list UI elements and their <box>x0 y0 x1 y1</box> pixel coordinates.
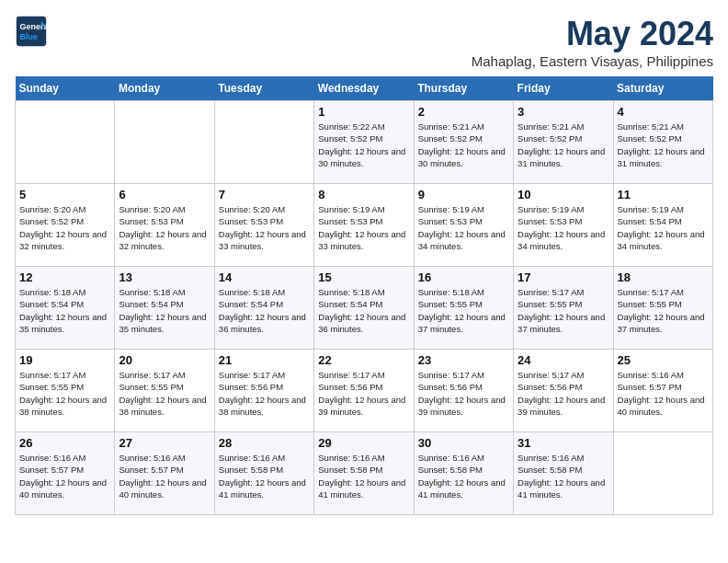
calendar-cell: 18Sunrise: 5:17 AMSunset: 5:55 PMDayligh… <box>613 267 712 350</box>
week-row-3: 12Sunrise: 5:18 AMSunset: 5:54 PMDayligh… <box>16 267 713 350</box>
calendar-cell: 1Sunrise: 5:22 AMSunset: 5:52 PMDaylight… <box>314 101 414 184</box>
day-header-monday: Monday <box>115 76 214 101</box>
day-info: Sunrise: 5:20 AMSunset: 5:52 PMDaylight:… <box>19 203 110 252</box>
day-info: Sunrise: 5:21 AMSunset: 5:52 PMDaylight:… <box>418 121 509 169</box>
day-info: Sunrise: 5:17 AMSunset: 5:55 PMDaylight:… <box>119 369 210 418</box>
calendar-cell: 5Sunrise: 5:20 AMSunset: 5:52 PMDaylight… <box>16 184 115 267</box>
calendar-cell: 13Sunrise: 5:18 AMSunset: 5:54 PMDayligh… <box>115 267 214 350</box>
calendar-cell: 28Sunrise: 5:16 AMSunset: 5:58 PMDayligh… <box>214 432 313 515</box>
day-header-sunday: Sunday <box>16 76 115 101</box>
day-number: 12 <box>19 270 110 284</box>
day-number: 1 <box>318 105 409 119</box>
day-number: 30 <box>418 436 509 450</box>
day-info: Sunrise: 5:16 AMSunset: 5:58 PMDaylight:… <box>418 452 509 500</box>
day-info: Sunrise: 5:16 AMSunset: 5:57 PMDaylight:… <box>618 369 709 418</box>
day-info: Sunrise: 5:19 AMSunset: 5:54 PMDaylight:… <box>618 203 709 252</box>
calendar-cell: 25Sunrise: 5:16 AMSunset: 5:57 PMDayligh… <box>613 350 712 432</box>
calendar-cell <box>16 101 115 184</box>
day-info: Sunrise: 5:18 AMSunset: 5:54 PMDaylight:… <box>19 286 110 335</box>
day-header-friday: Friday <box>514 76 613 101</box>
day-number: 13 <box>119 270 210 284</box>
day-info: Sunrise: 5:19 AMSunset: 5:53 PMDaylight:… <box>318 203 409 252</box>
day-info: Sunrise: 5:17 AMSunset: 5:55 PMDaylight:… <box>19 369 110 418</box>
calendar-cell: 27Sunrise: 5:16 AMSunset: 5:57 PMDayligh… <box>115 432 214 515</box>
day-number: 15 <box>318 270 409 284</box>
day-header-saturday: Saturday <box>613 76 712 101</box>
day-number: 23 <box>418 353 509 367</box>
week-row-4: 19Sunrise: 5:17 AMSunset: 5:55 PMDayligh… <box>16 350 713 432</box>
day-number: 17 <box>518 270 609 284</box>
calendar-cell: 2Sunrise: 5:21 AMSunset: 5:52 PMDaylight… <box>414 101 513 184</box>
day-number: 2 <box>418 105 509 119</box>
calendar-body: 1Sunrise: 5:22 AMSunset: 5:52 PMDaylight… <box>16 101 713 515</box>
logo-icon: General Blue <box>15 15 48 48</box>
day-number: 24 <box>518 353 609 367</box>
day-info: Sunrise: 5:20 AMSunset: 5:53 PMDaylight:… <box>119 203 210 252</box>
day-number: 14 <box>219 270 310 284</box>
day-info: Sunrise: 5:17 AMSunset: 5:56 PMDaylight:… <box>318 369 409 418</box>
day-info: Sunrise: 5:19 AMSunset: 5:53 PMDaylight:… <box>518 203 609 252</box>
calendar-cell: 24Sunrise: 5:17 AMSunset: 5:56 PMDayligh… <box>514 350 613 432</box>
day-info: Sunrise: 5:18 AMSunset: 5:54 PMDaylight:… <box>119 286 210 335</box>
day-info: Sunrise: 5:17 AMSunset: 5:55 PMDaylight:… <box>518 286 609 335</box>
calendar-cell <box>115 101 214 184</box>
day-number: 11 <box>618 188 709 201</box>
calendar-cell: 15Sunrise: 5:18 AMSunset: 5:54 PMDayligh… <box>314 267 414 350</box>
day-number: 20 <box>119 353 210 367</box>
day-info: Sunrise: 5:21 AMSunset: 5:52 PMDaylight:… <box>618 121 709 169</box>
day-number: 5 <box>19 188 110 201</box>
calendar-cell: 17Sunrise: 5:17 AMSunset: 5:55 PMDayligh… <box>514 267 613 350</box>
day-number: 28 <box>219 436 310 450</box>
day-number: 22 <box>318 353 409 367</box>
calendar-cell: 21Sunrise: 5:17 AMSunset: 5:56 PMDayligh… <box>214 350 313 432</box>
day-info: Sunrise: 5:21 AMSunset: 5:52 PMDaylight:… <box>518 121 609 169</box>
subtitle: Mahaplag, Eastern Visayas, Philippines <box>472 53 713 69</box>
day-info: Sunrise: 5:16 AMSunset: 5:58 PMDaylight:… <box>318 452 409 500</box>
day-number: 10 <box>518 188 609 201</box>
day-info: Sunrise: 5:16 AMSunset: 5:58 PMDaylight:… <box>219 452 310 500</box>
day-number: 27 <box>119 436 210 450</box>
day-number: 31 <box>518 436 609 450</box>
day-number: 7 <box>219 188 310 201</box>
calendar-cell <box>613 432 712 515</box>
day-number: 25 <box>618 353 709 367</box>
day-number: 8 <box>318 188 409 201</box>
week-row-5: 26Sunrise: 5:16 AMSunset: 5:57 PMDayligh… <box>16 432 713 515</box>
day-info: Sunrise: 5:18 AMSunset: 5:55 PMDaylight:… <box>418 286 509 335</box>
calendar-cell: 10Sunrise: 5:19 AMSunset: 5:53 PMDayligh… <box>514 184 613 267</box>
calendar-cell: 6Sunrise: 5:20 AMSunset: 5:53 PMDaylight… <box>115 184 214 267</box>
day-info: Sunrise: 5:17 AMSunset: 5:56 PMDaylight:… <box>518 369 609 418</box>
day-number: 26 <box>19 436 110 450</box>
calendar-cell: 3Sunrise: 5:21 AMSunset: 5:52 PMDaylight… <box>514 101 613 184</box>
day-number: 9 <box>418 188 509 201</box>
week-row-1: 1Sunrise: 5:22 AMSunset: 5:52 PMDaylight… <box>16 101 713 184</box>
day-number: 16 <box>418 270 509 284</box>
calendar-cell: 31Sunrise: 5:16 AMSunset: 5:58 PMDayligh… <box>514 432 613 515</box>
calendar-cell <box>214 101 313 184</box>
svg-text:General: General <box>19 22 48 31</box>
calendar-cell: 16Sunrise: 5:18 AMSunset: 5:55 PMDayligh… <box>414 267 513 350</box>
day-info: Sunrise: 5:16 AMSunset: 5:58 PMDaylight:… <box>518 452 609 500</box>
day-number: 29 <box>318 436 409 450</box>
calendar-cell: 22Sunrise: 5:17 AMSunset: 5:56 PMDayligh… <box>314 350 414 432</box>
calendar-cell: 26Sunrise: 5:16 AMSunset: 5:57 PMDayligh… <box>16 432 115 515</box>
day-info: Sunrise: 5:17 AMSunset: 5:55 PMDaylight:… <box>618 286 709 335</box>
svg-text:Blue: Blue <box>19 32 38 41</box>
main-title: May 2024 <box>472 15 713 53</box>
day-info: Sunrise: 5:17 AMSunset: 5:56 PMDaylight:… <box>219 369 310 418</box>
day-info: Sunrise: 5:17 AMSunset: 5:56 PMDaylight:… <box>418 369 509 418</box>
page-header: General Blue May 2024 Mahaplag, Eastern … <box>15 15 713 69</box>
day-info: Sunrise: 5:20 AMSunset: 5:53 PMDaylight:… <box>219 203 310 252</box>
day-info: Sunrise: 5:19 AMSunset: 5:53 PMDaylight:… <box>418 203 509 252</box>
day-number: 21 <box>219 353 310 367</box>
day-number: 19 <box>19 353 110 367</box>
calendar-cell: 14Sunrise: 5:18 AMSunset: 5:54 PMDayligh… <box>214 267 313 350</box>
title-block: May 2024 Mahaplag, Eastern Visayas, Phil… <box>472 15 713 69</box>
calendar-cell: 30Sunrise: 5:16 AMSunset: 5:58 PMDayligh… <box>414 432 513 515</box>
calendar-cell: 29Sunrise: 5:16 AMSunset: 5:58 PMDayligh… <box>314 432 414 515</box>
calendar-cell: 12Sunrise: 5:18 AMSunset: 5:54 PMDayligh… <box>16 267 115 350</box>
day-info: Sunrise: 5:18 AMSunset: 5:54 PMDaylight:… <box>219 286 310 335</box>
day-header-tuesday: Tuesday <box>214 76 313 101</box>
day-info: Sunrise: 5:18 AMSunset: 5:54 PMDaylight:… <box>318 286 409 335</box>
day-info: Sunrise: 5:16 AMSunset: 5:57 PMDaylight:… <box>119 452 210 500</box>
